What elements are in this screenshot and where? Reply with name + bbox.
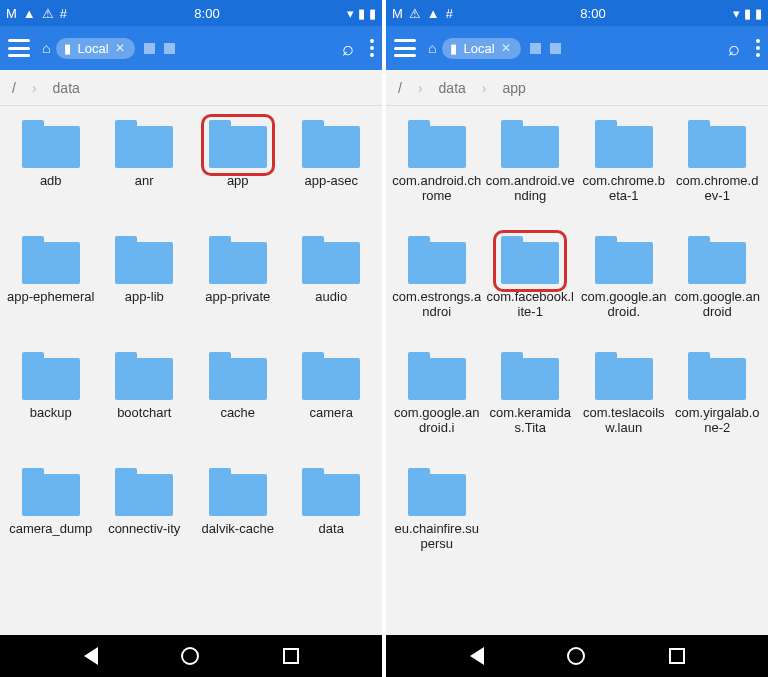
folder-label: adb: [38, 174, 64, 189]
chevron-right-icon: ›: [482, 80, 487, 96]
folder-item[interactable]: com.chrome.dev-1: [671, 114, 765, 226]
folder-item[interactable]: app-private: [191, 230, 285, 342]
bc-data[interactable]: data: [53, 80, 80, 96]
breadcrumb[interactable]: / › data › app: [386, 70, 768, 106]
folder-icon: [688, 120, 746, 168]
folder-icon: [115, 236, 173, 284]
folder-item[interactable]: camera: [285, 346, 379, 458]
folder-label: connectiv-ity: [106, 522, 182, 537]
folder-item[interactable]: dalvik-cache: [191, 462, 285, 574]
menu-button[interactable]: [8, 39, 30, 57]
location-chip[interactable]: ▮ Local ✕: [442, 38, 520, 59]
chip-label: Local: [77, 41, 108, 56]
window-icon-2[interactable]: [550, 43, 561, 54]
folder-icon: [209, 352, 267, 400]
chevron-right-icon: ›: [418, 80, 423, 96]
folder-item[interactable]: app: [191, 114, 285, 226]
folder-item[interactable]: com.yirgalab.one-2: [671, 346, 765, 458]
folder-label: data: [317, 522, 346, 537]
folder-item[interactable]: cache: [191, 346, 285, 458]
folder-icon: [302, 236, 360, 284]
folder-icon: [302, 120, 360, 168]
folder-label: dalvik-cache: [200, 522, 276, 537]
folder-item[interactable]: bootchart: [98, 346, 192, 458]
back-button[interactable]: [84, 647, 98, 665]
folder-item[interactable]: connectiv-ity: [98, 462, 192, 574]
search-icon[interactable]: ⌕: [728, 37, 740, 60]
folder-item[interactable]: com.google.android.: [577, 230, 671, 342]
chip-label: Local: [463, 41, 494, 56]
folder-item[interactable]: com.google.android: [671, 230, 765, 342]
folder-label: bootchart: [115, 406, 173, 421]
folder-label: com.chrome.beta-1: [577, 174, 671, 204]
status-bar: M ⚠ ▲ # 8:00 ▾ ▮ ▮: [386, 0, 768, 26]
close-chip-icon[interactable]: ✕: [115, 41, 125, 55]
window-icon-1[interactable]: [144, 43, 155, 54]
folder-item[interactable]: com.facebook.lite-1: [484, 230, 578, 342]
folder-item[interactable]: data: [285, 462, 379, 574]
close-chip-icon[interactable]: ✕: [501, 41, 511, 55]
folder-icon: [408, 468, 466, 516]
folder-item[interactable]: com.android.vending: [484, 114, 578, 226]
folder-label: app-private: [203, 290, 272, 305]
folder-item[interactable]: camera_dump: [4, 462, 98, 574]
recents-button[interactable]: [669, 648, 685, 664]
overflow-menu[interactable]: [370, 39, 374, 57]
window-icon-2[interactable]: [164, 43, 175, 54]
folder-label: eu.chainfire.supersu: [390, 522, 484, 552]
folder-item[interactable]: app-asec: [285, 114, 379, 226]
recents-button[interactable]: [283, 648, 299, 664]
folder-icon: [209, 468, 267, 516]
home-button[interactable]: [181, 647, 199, 665]
home-icon[interactable]: ⌂: [428, 40, 436, 56]
window-icon-1[interactable]: [530, 43, 541, 54]
gmail-icon: M: [392, 7, 403, 20]
folder-label: anr: [133, 174, 156, 189]
status-right: ▾ ▮ ▮: [733, 7, 762, 20]
image-icon: ▲: [427, 7, 440, 20]
folder-icon: [595, 352, 653, 400]
sd-icon: ▮: [450, 41, 457, 56]
gmail-icon: M: [6, 7, 17, 20]
wifi-icon: ▾: [733, 7, 740, 20]
folder-label: camera: [308, 406, 355, 421]
home-button[interactable]: [567, 647, 585, 665]
folder-item[interactable]: app-lib: [98, 230, 192, 342]
bc-root[interactable]: /: [12, 80, 16, 96]
home-icon[interactable]: ⌂: [42, 40, 50, 56]
folder-label: com.android.chrome: [390, 174, 484, 204]
folder-item[interactable]: com.chrome.beta-1: [577, 114, 671, 226]
hash-icon: #: [446, 7, 453, 20]
bc-root[interactable]: /: [398, 80, 402, 96]
folder-item[interactable]: com.estrongs.androi: [390, 230, 484, 342]
folder-icon: [408, 352, 466, 400]
breadcrumb[interactable]: / › data: [0, 70, 382, 106]
chevron-right-icon: ›: [32, 80, 37, 96]
back-button[interactable]: [470, 647, 484, 665]
folder-item[interactable]: eu.chainfire.supersu: [390, 462, 484, 574]
bc-data[interactable]: data: [439, 80, 466, 96]
search-icon[interactable]: ⌕: [342, 37, 354, 60]
folder-item[interactable]: com.google.android.i: [390, 346, 484, 458]
folder-item[interactable]: adb: [4, 114, 98, 226]
folder-label: app-ephemeral: [5, 290, 96, 305]
folder-item[interactable]: backup: [4, 346, 98, 458]
overflow-menu[interactable]: [756, 39, 760, 57]
folder-icon: [302, 352, 360, 400]
folder-item[interactable]: com.android.chrome: [390, 114, 484, 226]
bc-app[interactable]: app: [502, 80, 525, 96]
folder-label: backup: [28, 406, 74, 421]
folder-item[interactable]: anr: [98, 114, 192, 226]
folder-item[interactable]: audio: [285, 230, 379, 342]
folder-item[interactable]: app-ephemeral: [4, 230, 98, 342]
folder-icon: [501, 236, 559, 284]
menu-button[interactable]: [394, 39, 416, 57]
folder-icon: [209, 236, 267, 284]
folder-label: com.yirgalab.one-2: [671, 406, 765, 436]
location-chip[interactable]: ▮ Local ✕: [56, 38, 134, 59]
status-right: ▾ ▮ ▮: [347, 7, 376, 20]
folder-grid-left: adbanrappapp-asecapp-ephemeralapp-libapp…: [0, 106, 382, 635]
folder-icon: [22, 120, 80, 168]
folder-item[interactable]: com.keramidas.Tita: [484, 346, 578, 458]
folder-item[interactable]: com.teslacoilsw.laun: [577, 346, 671, 458]
